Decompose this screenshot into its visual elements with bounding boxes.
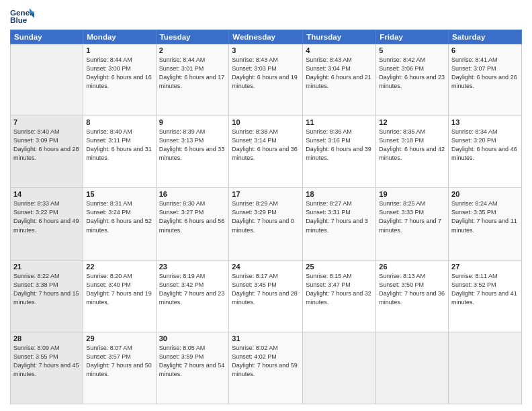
day-info: Sunrise: 8:39 AMSunset: 3:13 PMDaylight:… (159, 128, 226, 163)
weekday-header: Monday (83, 30, 156, 44)
calendar-week-row: 14 Sunrise: 8:33 AMSunset: 3:22 PMDaylig… (11, 188, 522, 260)
calendar-week-row: 21 Sunrise: 8:22 AMSunset: 3:38 PMDaylig… (11, 260, 522, 332)
day-number: 19 (379, 190, 445, 198)
day-info: Sunrise: 8:40 AMSunset: 3:11 PMDaylight:… (86, 128, 152, 163)
calendar-cell: 18 Sunrise: 8:27 AMSunset: 3:31 PMDaylig… (303, 188, 376, 260)
day-info: Sunrise: 8:29 AMSunset: 3:29 PMDaylight:… (232, 199, 300, 234)
calendar-week-row: 7 Sunrise: 8:40 AMSunset: 3:09 PMDayligh… (11, 116, 522, 188)
day-number: 8 (86, 118, 152, 126)
calendar-cell: 20 Sunrise: 8:24 AMSunset: 3:35 PMDaylig… (449, 188, 522, 260)
weekday-header: Saturday (449, 30, 522, 44)
calendar-cell: 12 Sunrise: 8:35 AMSunset: 3:18 PMDaylig… (376, 116, 449, 188)
day-number: 21 (13, 263, 80, 271)
calendar-cell: 17 Sunrise: 8:29 AMSunset: 3:29 PMDaylig… (229, 188, 303, 260)
calendar-table: SundayMondayTuesdayWednesdayThursdayFrid… (10, 30, 522, 404)
calendar-cell (11, 44, 83, 116)
calendar-cell: 13 Sunrise: 8:34 AMSunset: 3:20 PMDaylig… (449, 116, 522, 188)
day-number: 31 (232, 334, 300, 342)
day-info: Sunrise: 8:11 AMSunset: 3:52 PMDaylight:… (451, 272, 519, 307)
day-info: Sunrise: 8:43 AMSunset: 3:04 PMDaylight:… (306, 56, 373, 91)
day-info: Sunrise: 8:19 AMSunset: 3:42 PMDaylight:… (159, 272, 226, 307)
calendar-cell: 15 Sunrise: 8:31 AMSunset: 3:24 PMDaylig… (83, 188, 156, 260)
calendar-body: 1 Sunrise: 8:44 AMSunset: 3:00 PMDayligh… (11, 44, 522, 404)
calendar-cell: 6 Sunrise: 8:41 AMSunset: 3:07 PMDayligh… (449, 44, 522, 116)
day-number: 6 (451, 46, 519, 54)
day-info: Sunrise: 8:20 AMSunset: 3:40 PMDaylight:… (86, 272, 152, 307)
calendar-header: SundayMondayTuesdayWednesdayThursdayFrid… (11, 30, 522, 44)
calendar-cell: 22 Sunrise: 8:20 AMSunset: 3:40 PMDaylig… (83, 260, 156, 332)
calendar-cell: 1 Sunrise: 8:44 AMSunset: 3:00 PMDayligh… (83, 44, 156, 116)
calendar-cell: 31 Sunrise: 8:02 AMSunset: 4:02 PMDaylig… (229, 332, 303, 404)
calendar-cell (376, 332, 449, 404)
day-info: Sunrise: 8:22 AMSunset: 3:38 PMDaylight:… (13, 272, 80, 307)
day-info: Sunrise: 8:05 AMSunset: 3:59 PMDaylight:… (159, 344, 226, 379)
day-number: 14 (13, 190, 80, 198)
day-number: 16 (159, 190, 226, 198)
calendar-cell: 2 Sunrise: 8:44 AMSunset: 3:01 PMDayligh… (156, 44, 229, 116)
day-info: Sunrise: 8:07 AMSunset: 3:57 PMDaylight:… (86, 344, 152, 379)
calendar-cell: 19 Sunrise: 8:25 AMSunset: 3:33 PMDaylig… (376, 188, 449, 260)
day-info: Sunrise: 8:13 AMSunset: 3:50 PMDaylight:… (379, 272, 445, 307)
day-info: Sunrise: 8:38 AMSunset: 3:14 PMDaylight:… (232, 128, 300, 163)
day-number: 2 (159, 46, 226, 54)
calendar-cell: 23 Sunrise: 8:19 AMSunset: 3:42 PMDaylig… (156, 260, 229, 332)
calendar-cell: 8 Sunrise: 8:40 AMSunset: 3:11 PMDayligh… (83, 116, 156, 188)
day-info: Sunrise: 8:25 AMSunset: 3:33 PMDaylight:… (379, 199, 445, 234)
weekday-header: Sunday (11, 30, 83, 44)
day-number: 22 (86, 263, 152, 271)
day-info: Sunrise: 8:09 AMSunset: 3:55 PMDaylight:… (13, 344, 80, 379)
day-info: Sunrise: 8:33 AMSunset: 3:22 PMDaylight:… (13, 199, 80, 234)
calendar-cell: 28 Sunrise: 8:09 AMSunset: 3:55 PMDaylig… (11, 332, 83, 404)
day-info: Sunrise: 8:24 AMSunset: 3:35 PMDaylight:… (451, 199, 519, 234)
day-info: Sunrise: 8:41 AMSunset: 3:07 PMDaylight:… (451, 56, 519, 91)
day-number: 30 (159, 334, 226, 342)
day-info: Sunrise: 8:35 AMSunset: 3:18 PMDaylight:… (379, 128, 445, 163)
calendar-cell (303, 332, 376, 404)
day-info: Sunrise: 8:27 AMSunset: 3:31 PMDaylight:… (306, 199, 373, 234)
day-number: 27 (451, 263, 519, 271)
day-number: 24 (232, 263, 300, 271)
logo-icon: General Blue (10, 7, 34, 26)
day-number: 12 (379, 118, 445, 126)
day-info: Sunrise: 8:34 AMSunset: 3:20 PMDaylight:… (451, 128, 519, 163)
calendar-cell: 9 Sunrise: 8:39 AMSunset: 3:13 PMDayligh… (156, 116, 229, 188)
calendar-cell: 11 Sunrise: 8:36 AMSunset: 3:16 PMDaylig… (303, 116, 376, 188)
day-number: 25 (306, 263, 373, 271)
day-number: 26 (379, 263, 445, 271)
day-info: Sunrise: 8:44 AMSunset: 3:00 PMDaylight:… (86, 56, 152, 91)
day-info: Sunrise: 8:43 AMSunset: 3:03 PMDaylight:… (232, 56, 300, 91)
day-number: 5 (379, 46, 445, 54)
day-number: 7 (13, 118, 80, 126)
calendar-week-row: 28 Sunrise: 8:09 AMSunset: 3:55 PMDaylig… (11, 332, 522, 404)
day-info: Sunrise: 8:31 AMSunset: 3:24 PMDaylight:… (86, 199, 152, 234)
day-info: Sunrise: 8:17 AMSunset: 3:45 PMDaylight:… (232, 272, 300, 307)
day-number: 1 (86, 46, 152, 54)
calendar-cell: 16 Sunrise: 8:30 AMSunset: 3:27 PMDaylig… (156, 188, 229, 260)
day-number: 11 (306, 118, 373, 126)
day-number: 4 (306, 46, 373, 54)
calendar-cell: 26 Sunrise: 8:13 AMSunset: 3:50 PMDaylig… (376, 260, 449, 332)
day-info: Sunrise: 8:40 AMSunset: 3:09 PMDaylight:… (13, 128, 80, 163)
calendar-cell: 4 Sunrise: 8:43 AMSunset: 3:04 PMDayligh… (303, 44, 376, 116)
calendar-cell: 7 Sunrise: 8:40 AMSunset: 3:09 PMDayligh… (11, 116, 83, 188)
day-number: 28 (13, 334, 80, 342)
day-number: 29 (86, 334, 152, 342)
day-info: Sunrise: 8:15 AMSunset: 3:47 PMDaylight:… (306, 272, 373, 307)
calendar-cell (449, 332, 522, 404)
day-info: Sunrise: 8:44 AMSunset: 3:01 PMDaylight:… (159, 56, 226, 91)
weekday-header: Friday (376, 30, 449, 44)
day-number: 23 (159, 263, 226, 271)
page: General Blue SundayMondayTuesdayWednesda… (0, 0, 532, 411)
day-number: 17 (232, 190, 300, 198)
calendar-cell: 14 Sunrise: 8:33 AMSunset: 3:22 PMDaylig… (11, 188, 83, 260)
day-number: 15 (86, 190, 152, 198)
day-info: Sunrise: 8:02 AMSunset: 4:02 PMDaylight:… (232, 344, 300, 379)
day-number: 18 (306, 190, 373, 198)
calendar-cell: 5 Sunrise: 8:42 AMSunset: 3:06 PMDayligh… (376, 44, 449, 116)
day-number: 3 (232, 46, 300, 54)
calendar-cell: 29 Sunrise: 8:07 AMSunset: 3:57 PMDaylig… (83, 332, 156, 404)
weekday-header: Thursday (303, 30, 376, 44)
calendar-cell: 3 Sunrise: 8:43 AMSunset: 3:03 PMDayligh… (229, 44, 303, 116)
calendar-cell: 30 Sunrise: 8:05 AMSunset: 3:59 PMDaylig… (156, 332, 229, 404)
calendar-week-row: 1 Sunrise: 8:44 AMSunset: 3:00 PMDayligh… (11, 44, 522, 116)
